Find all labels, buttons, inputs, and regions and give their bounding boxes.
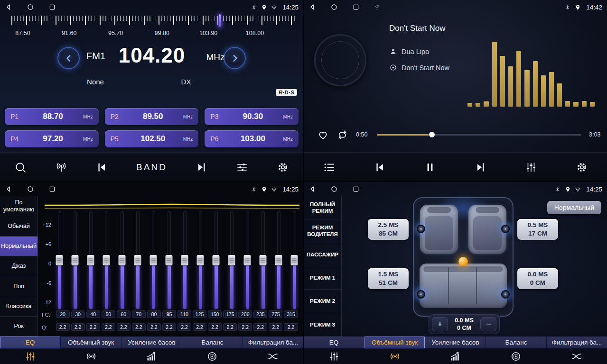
eq-band-slider[interactable]: [102, 211, 111, 309]
tab-surround-sound-icon-cell[interactable]: [364, 351, 425, 362]
slider-handle[interactable]: [260, 255, 267, 265]
slider-handle[interactable]: [134, 255, 141, 265]
slider-handle[interactable]: [197, 255, 204, 265]
radio-preset-p5-button[interactable]: P5102.50MHz: [105, 130, 199, 147]
next-icon[interactable]: [196, 161, 208, 173]
previous-icon[interactable]: [95, 161, 108, 173]
slider-handle[interactable]: [72, 255, 79, 265]
delay-decrease-button[interactable]: −: [480, 317, 496, 331]
band-button[interactable]: BAND: [136, 162, 167, 173]
mixer-icon[interactable]: [525, 161, 537, 173]
broadcast-icon[interactable]: [55, 161, 67, 173]
eq-preset-item[interactable]: Классика: [0, 296, 37, 316]
slider-handle[interactable]: [291, 255, 298, 265]
tune-icon[interactable]: [236, 161, 248, 173]
field-mode-item[interactable]: РЕЖИМ 3: [304, 313, 341, 337]
recents-square-icon[interactable]: [352, 3, 360, 11]
eq-band-slider[interactable]: [149, 211, 158, 309]
back-icon[interactable]: [308, 3, 316, 11]
tab-filter-icon-cell[interactable]: [243, 351, 303, 362]
playlist-icon[interactable]: [323, 161, 335, 173]
delay-front-left[interactable]: 2.5 MS 85 CM: [368, 219, 409, 240]
speaker-rear-right-icon[interactable]: [501, 290, 510, 299]
radio-preset-p2-button[interactable]: P289.50MHz: [105, 108, 199, 125]
slider-handle[interactable]: [228, 255, 235, 265]
eq-band-slider[interactable]: [165, 211, 173, 309]
radio-preset-p6-button[interactable]: P6103.00MHz: [205, 130, 299, 147]
speaker-front-left-icon[interactable]: [417, 225, 425, 233]
eq-band-slider[interactable]: [133, 211, 142, 309]
tab-balance-icon-cell[interactable]: [182, 351, 243, 362]
tab-bass-boost-icon-cell[interactable]: [425, 351, 486, 362]
frequency-dial[interactable]: 87.5091.6095.7099.80103.90108.00: [11, 16, 297, 38]
gear-icon[interactable]: [277, 161, 289, 173]
eq-band-slider[interactable]: [71, 211, 79, 309]
heart-icon[interactable]: [317, 129, 329, 141]
delay-increase-button[interactable]: +: [432, 317, 448, 331]
tab-eq[interactable]: EQ: [0, 337, 61, 348]
recents-square-icon[interactable]: [48, 185, 56, 193]
speaker-rear-left-icon[interactable]: [417, 290, 425, 299]
tab-filter[interactable]: Фильтрация ба...: [243, 337, 303, 348]
eq-preset-item[interactable]: По умолчанию: [0, 196, 37, 216]
eq-preset-item[interactable]: Рок: [0, 317, 37, 337]
eq-band-slider[interactable]: [243, 211, 252, 309]
tab-filter[interactable]: Фильтрация ба...: [547, 337, 607, 348]
eq-band-slider[interactable]: [274, 211, 283, 309]
tab-balance[interactable]: Баланс: [182, 337, 243, 348]
radio-preset-p3-button[interactable]: P390.30MHz: [205, 108, 299, 125]
field-mode-item[interactable]: ПАССАЖИР: [304, 243, 341, 266]
eq-preset-item[interactable]: Поп: [0, 276, 37, 296]
delay-rear-right[interactable]: 0.0 MS 0 CM: [517, 268, 558, 289]
radio-preset-p1-button[interactable]: P188.70MHz: [5, 108, 99, 125]
eq-preset-item[interactable]: Нормальный: [0, 237, 37, 256]
radio-preset-p4-button[interactable]: P497.20MHz: [5, 130, 99, 147]
repeat-icon[interactable]: [336, 129, 348, 141]
scan-icon[interactable]: [14, 161, 27, 173]
field-mode-item[interactable]: РЕЖИМ 1: [304, 266, 341, 290]
eq-band-slider[interactable]: [55, 211, 64, 309]
recents-square-icon[interactable]: [48, 3, 56, 11]
tab-bass-boost[interactable]: Усиление басов: [121, 337, 182, 348]
slider-handle[interactable]: [181, 255, 188, 265]
field-mode-item[interactable]: РЕЖИМ ВОДИТЕЛЯ: [304, 219, 341, 243]
seek-handle[interactable]: [429, 132, 435, 137]
tab-eq-icon-cell[interactable]: [0, 351, 61, 362]
tab-bass-boost-icon-cell[interactable]: [121, 351, 182, 362]
home-circle-icon[interactable]: [27, 3, 34, 11]
slider-handle[interactable]: [56, 255, 63, 265]
tab-eq-icon-cell[interactable]: [304, 351, 364, 362]
back-icon[interactable]: [5, 185, 12, 193]
slider-handle[interactable]: [166, 255, 173, 265]
delay-front-right[interactable]: 0.5 MS 17 CM: [517, 219, 558, 240]
slider-handle[interactable]: [244, 255, 251, 265]
pause-icon[interactable]: [424, 161, 436, 173]
slider-handle[interactable]: [87, 255, 94, 265]
field-mode-item[interactable]: РЕЖИМ 2: [304, 290, 341, 313]
home-circle-icon[interactable]: [27, 185, 34, 193]
eq-band-slider[interactable]: [227, 211, 236, 309]
eq-band-slider[interactable]: [86, 211, 95, 309]
seek-down-button[interactable]: [57, 47, 80, 69]
eq-band-slider[interactable]: [290, 211, 299, 309]
eq-preset-item[interactable]: Джаз: [0, 256, 37, 276]
eq-preset-item[interactable]: Обычай: [0, 216, 37, 236]
seek-bar[interactable]: [377, 134, 581, 136]
slider-handle[interactable]: [275, 255, 282, 265]
tab-balance[interactable]: Баланс: [486, 337, 547, 348]
eq-band-slider[interactable]: [180, 211, 189, 309]
eq-band-slider[interactable]: [118, 211, 126, 309]
tab-eq[interactable]: EQ: [304, 337, 364, 348]
slider-handle[interactable]: [103, 255, 110, 265]
field-mode-item[interactable]: ПОЛНЫЙ РЕЖИМ: [304, 196, 341, 219]
slider-handle[interactable]: [119, 255, 126, 265]
tab-balance-icon-cell[interactable]: [486, 351, 546, 362]
slider-handle[interactable]: [150, 255, 157, 265]
tab-surround-sound[interactable]: Объёмный звук: [61, 337, 121, 348]
field-preset-button[interactable]: Нормальный: [547, 201, 601, 214]
home-circle-icon[interactable]: [330, 3, 338, 11]
tab-surround-sound[interactable]: Объёмный звук: [364, 337, 425, 348]
next-icon[interactable]: [475, 161, 487, 173]
delay-rear-left[interactable]: 1.5 MS 51 CM: [368, 268, 409, 289]
slider-handle[interactable]: [213, 255, 220, 265]
